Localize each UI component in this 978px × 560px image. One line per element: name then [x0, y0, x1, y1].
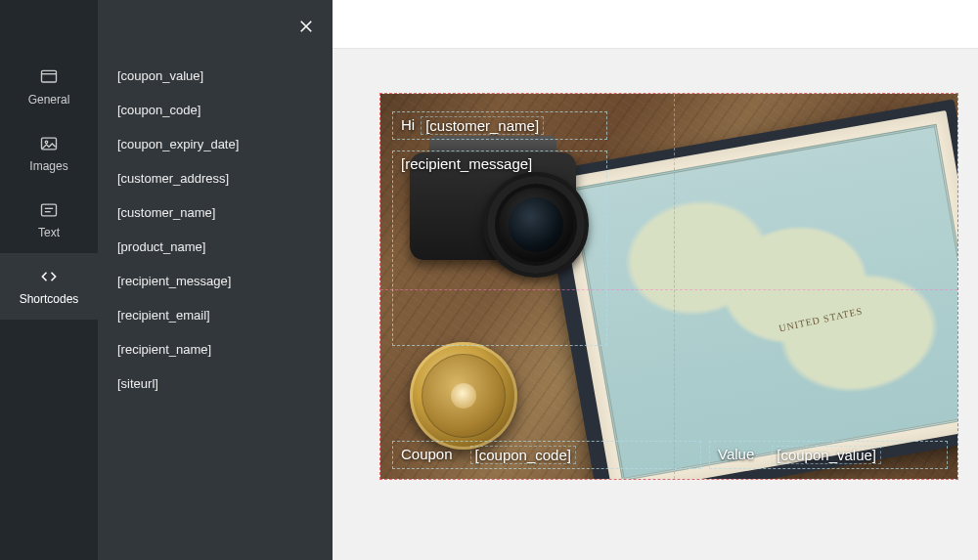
tab-label: Shortcodes	[20, 292, 79, 306]
shortcode-item[interactable]: [product_name]	[98, 230, 333, 264]
tab-shortcodes[interactable]: Shortcodes	[0, 253, 98, 320]
close-panel-button[interactable]	[291, 12, 321, 41]
guide-vertical	[674, 94, 675, 479]
coupon-shortcode: [coupon_code]	[470, 446, 576, 464]
top-bar	[333, 0, 978, 49]
greeting-prefix: Hi	[401, 116, 415, 133]
tab-images[interactable]: Images	[0, 120, 98, 187]
compass-prop	[410, 342, 517, 450]
tab-label: General	[28, 93, 70, 107]
coupon-label: Coupon	[401, 446, 453, 462]
message-shortcode: [recipient_message]	[401, 155, 532, 172]
svg-rect-0	[42, 70, 57, 82]
icon-sidebar: General Images Text Shortcodes	[0, 0, 98, 560]
canvas-area: UNITED STATES Hi [customer_name	[333, 0, 978, 560]
value-label: Value	[718, 446, 754, 462]
message-box[interactable]: [recipient_message]	[392, 151, 607, 346]
value-box[interactable]: Value [coupon_value]	[709, 441, 948, 469]
shortcode-item[interactable]: [recipient_message]	[98, 264, 333, 298]
greeting-box[interactable]: Hi [customer_name]	[392, 111, 607, 140]
shortcode-item[interactable]: [customer_name]	[98, 195, 333, 230]
value-shortcode: [coupon_value]	[772, 446, 881, 464]
shortcode-item[interactable]: [coupon_expiry_date]	[98, 127, 333, 161]
shortcode-panel: [coupon_value] [coupon_code] [coupon_exp…	[98, 0, 333, 560]
shortcode-item[interactable]: [coupon_value]	[98, 59, 333, 93]
coupon-box[interactable]: Coupon [coupon_code]	[392, 441, 701, 469]
tab-text[interactable]: Text	[0, 187, 98, 253]
map-label: UNITED STATES	[778, 305, 864, 333]
svg-point-3	[45, 141, 48, 144]
shortcode-item[interactable]: [recipient_email]	[98, 298, 333, 332]
tab-general[interactable]: General	[0, 54, 98, 120]
shortcode-item[interactable]: [recipient_name]	[98, 332, 333, 366]
shortcode-list: [coupon_value] [coupon_code] [coupon_exp…	[98, 59, 333, 401]
template-block[interactable]: UNITED STATES Hi [customer_name	[379, 93, 958, 480]
tab-label: Text	[38, 226, 60, 239]
shortcode-item[interactable]: [customer_address]	[98, 161, 333, 195]
shortcode-item[interactable]: [coupon_code]	[98, 93, 333, 127]
svg-rect-4	[42, 204, 57, 216]
shortcode-item[interactable]: [siteurl]	[98, 366, 333, 401]
greeting-shortcode: [customer_name]	[421, 116, 544, 135]
tab-label: Images	[29, 159, 67, 173]
